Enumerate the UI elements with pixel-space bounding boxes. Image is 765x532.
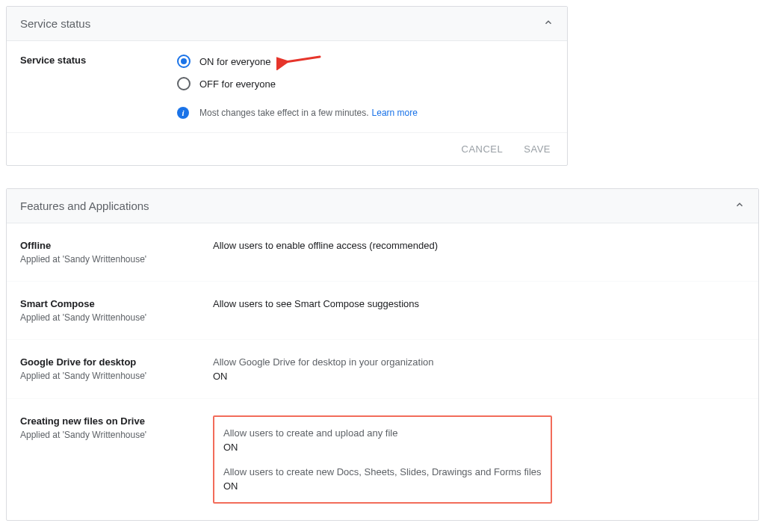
highlight-annotation: Allow users to create and upload any fil… (213, 415, 552, 504)
features-header[interactable]: Features and Applications (7, 189, 758, 223)
feature-title: Offline (20, 240, 213, 251)
feature-desc: Allow users to create new Docs, Sheets, … (223, 466, 542, 477)
feature-applied: Applied at 'Sandy Writtenhouse' (20, 430, 213, 440)
annotation-arrow-icon (276, 55, 321, 67)
feature-title: Smart Compose (20, 298, 213, 309)
learn-more-link[interactable]: Learn more (372, 108, 418, 118)
feature-applied: Applied at 'Sandy Writtenhouse' (20, 312, 213, 323)
info-row: i Most changes take effect in a few minu… (177, 107, 554, 119)
service-status-card: Service status Service status ON for eve… (6, 6, 568, 166)
feature-title: Creating new files on Drive (20, 415, 213, 427)
radio-selected-icon (177, 55, 191, 68)
radio-off-for-everyone[interactable]: OFF for everyone (177, 77, 554, 90)
save-button[interactable]: SAVE (524, 143, 551, 155)
feature-row-smart-compose[interactable]: Smart Compose Applied at 'Sandy Writtenh… (7, 282, 758, 340)
feature-desc: Allow users to enable offline access (re… (213, 240, 745, 251)
info-icon: i (177, 107, 189, 119)
service-status-body: Service status ON for everyone (7, 41, 567, 132)
feature-desc: Allow Google Drive for desktop in your o… (213, 356, 745, 368)
feature-status: ON (223, 480, 542, 492)
feature-applied: Applied at 'Sandy Writtenhouse' (20, 254, 213, 265)
service-status-header[interactable]: Service status (7, 7, 567, 41)
features-card: Features and Applications Offline Applie… (6, 188, 759, 521)
radio-unselected-icon (177, 77, 191, 90)
features-title: Features and Applications (20, 200, 149, 212)
info-text: Most changes take effect in a few minute… (199, 108, 369, 118)
radio-on-label: ON for everyone (199, 56, 270, 67)
feature-title: Google Drive for desktop (20, 356, 213, 368)
cancel-button[interactable]: CANCEL (462, 143, 504, 155)
feature-status: ON (223, 442, 542, 453)
svg-line-1 (285, 57, 320, 62)
chevron-up-icon (734, 200, 745, 212)
feature-row-creating-files[interactable]: Creating new files on Drive Applied at '… (7, 399, 758, 520)
chevron-up-icon (543, 17, 554, 30)
feature-desc: Allow users to create and upload any fil… (223, 427, 542, 439)
service-status-options: ON for everyone (177, 55, 554, 119)
feature-applied: Applied at 'Sandy Writtenhouse' (20, 371, 213, 381)
feature-status: ON (213, 371, 745, 382)
feature-desc: Allow users to see Smart Compose suggest… (213, 298, 745, 309)
service-status-footer: CANCEL SAVE (7, 132, 567, 165)
radio-on-for-everyone[interactable]: ON for everyone (177, 55, 554, 68)
service-status-title: Service status (20, 17, 90, 30)
feature-row-offline[interactable]: Offline Applied at 'Sandy Writtenhouse' … (7, 223, 758, 282)
radio-off-label: OFF for everyone (199, 78, 276, 90)
feature-row-drive-desktop[interactable]: Google Drive for desktop Applied at 'San… (7, 340, 758, 399)
service-status-label: Service status (20, 55, 177, 66)
